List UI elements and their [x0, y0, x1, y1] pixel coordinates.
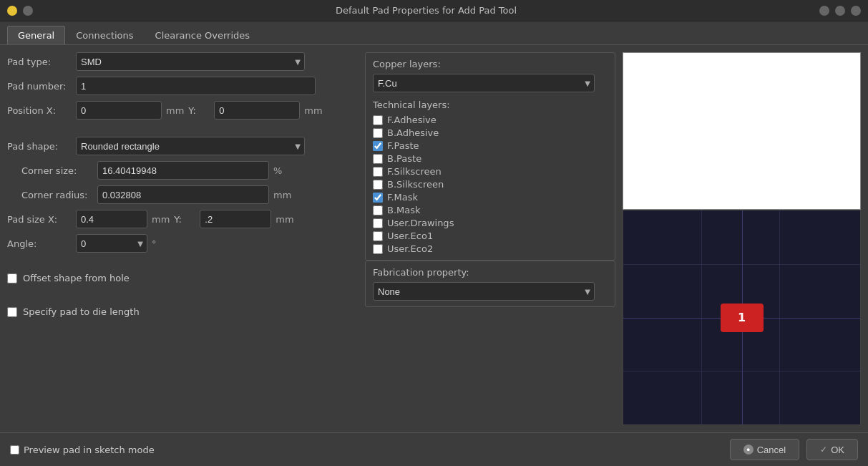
corner-size-unit: % [273, 165, 282, 176]
layer-f-silkscreen-label: F.Silkscreen [387, 166, 442, 177]
corner-radius-row: Corner radius: mm [7, 185, 358, 204]
ok-button[interactable]: ✓ OK [806, 439, 858, 460]
layer-user-eco2-checkbox[interactable] [373, 244, 383, 254]
layer-b-mask-label: B.Mask [387, 205, 421, 215]
content-area: Pad type: SMD Through-hole NPTH, Mechani… [0, 45, 868, 432]
bottom-buttons: ● Cancel ✓ OK [730, 439, 858, 460]
specify-die-row: Specify pad to die length [7, 304, 358, 320]
layer-row-b-adhesive: B.Adhesive [373, 127, 608, 138]
specify-die-checkbox[interactable] [7, 307, 17, 317]
pad-size-y-input[interactable] [200, 210, 271, 228]
angle-select-wrapper: 0 90 180 270 ▼ [76, 234, 147, 253]
dialog: General Connections Clearance Overrides … [0, 21, 868, 466]
position-row: Position X: mm Y: mm [7, 101, 358, 120]
pad-size-row: Pad size X: mm Y: mm [7, 210, 358, 228]
layer-b-adhesive-checkbox[interactable] [373, 128, 383, 138]
layer-row-b-paste: B.Paste [373, 153, 608, 164]
layer-f-adhesive-checkbox[interactable] [373, 115, 383, 125]
pad-preview: 1 [721, 304, 764, 332]
pad-preview-area: 1 [623, 210, 860, 424]
pad-shape-select[interactable]: Circle Oval Rectangle Rounded rectangle … [76, 137, 305, 155]
layer-f-mask-checkbox[interactable] [373, 193, 383, 203]
layer-row-user-drawings: User.Drawings [373, 218, 608, 228]
layer-user-drawings-checkbox[interactable] [373, 218, 383, 228]
corner-size-label: Corner size: [7, 165, 93, 176]
layer-b-paste-label: B.Paste [387, 153, 421, 164]
corner-size-input[interactable] [97, 161, 269, 180]
tab-clearance-overrides[interactable]: Clearance Overrides [145, 26, 261, 44]
layer-user-drawings-label: User.Drawings [387, 218, 454, 228]
corner-radius-label: Corner radius: [7, 190, 93, 200]
layer-f-paste-label: F.Paste [387, 140, 419, 151]
cancel-icon: ● [743, 445, 754, 455]
specify-die-label: Specify pad to die length [23, 306, 140, 317]
window-btn-2[interactable] [835, 6, 845, 16]
copper-layers-title: Copper layers: [373, 59, 608, 69]
corner-size-row: Corner size: % [7, 161, 358, 180]
layer-b-silkscreen-checkbox[interactable] [373, 180, 383, 190]
pad-number-label: Pad number: [7, 81, 72, 92]
tab-connections[interactable]: Connections [65, 26, 144, 44]
fab-property-select-wrapper: None BGA pad Fiducial, local Fiducial, g… [373, 282, 595, 301]
pad-type-select[interactable]: SMD Through-hole NPTH, Mechanical [76, 52, 305, 71]
layer-b-adhesive-label: B.Adhesive [387, 127, 439, 138]
window-btn-3[interactable] [851, 6, 861, 16]
pad-size-x-unit: mm [152, 214, 170, 225]
position-x-label: Position X: [7, 105, 72, 116]
window-controls [7, 6, 33, 16]
bottom-bar: Preview pad in sketch mode ● Cancel ✓ OK [0, 432, 868, 466]
layer-row-f-silkscreen: F.Silkscreen [373, 166, 608, 177]
layer-user-eco2-label: User.Eco2 [387, 243, 433, 254]
layer-f-paste-checkbox[interactable] [373, 141, 383, 151]
position-y-label: Y: [188, 105, 210, 116]
pad-shape-row: Pad shape: Circle Oval Rectangle Rounded… [7, 137, 358, 155]
technical-layers-title: Technical layers: [373, 99, 608, 110]
corner-radius-unit: mm [273, 190, 291, 200]
layer-f-silkscreen-checkbox[interactable] [373, 167, 383, 177]
offset-shape-checkbox[interactable] [7, 273, 17, 283]
window-btn-1[interactable] [819, 6, 829, 16]
position-x-input[interactable] [76, 101, 162, 120]
minimize-button[interactable] [7, 6, 17, 16]
titlebar: Default Pad Properties for Add Pad Tool [0, 0, 868, 21]
sketch-mode-row: Preview pad in sketch mode [10, 445, 155, 455]
cancel-label: Cancel [757, 445, 786, 455]
cancel-button[interactable]: ● Cancel [730, 439, 799, 460]
angle-label: Angle: [7, 238, 72, 249]
layer-row-user-eco1: User.Eco1 [373, 230, 608, 241]
angle-row: Angle: 0 90 180 270 ▼ ° [7, 234, 358, 253]
layer-row-f-mask: F.Mask [373, 192, 608, 203]
copper-layer-select[interactable]: F.Cu B.Cu *.Cu [373, 74, 595, 92]
pad-shape-label: Pad shape: [7, 141, 72, 152]
layer-b-silkscreen-label: B.Silkscreen [387, 179, 444, 190]
position-y-unit: mm [304, 105, 322, 116]
pad-shape-select-wrapper: Circle Oval Rectangle Rounded rectangle … [76, 137, 305, 155]
layer-user-eco1-checkbox[interactable] [373, 231, 383, 241]
pad-number-input[interactable] [76, 77, 316, 95]
pad-size-x-input[interactable] [76, 210, 147, 228]
layer-user-eco1-label: User.Eco1 [387, 230, 433, 241]
position-y-input[interactable] [214, 101, 300, 120]
layer-row-f-adhesive: F.Adhesive [373, 115, 608, 125]
layer-b-mask-checkbox[interactable] [373, 205, 383, 215]
corner-radius-input[interactable] [97, 185, 269, 204]
layer-row-user-eco2: User.Eco2 [373, 243, 608, 254]
offset-shape-label: Offset shape from hole [23, 273, 130, 283]
layer-row-b-silkscreen: B.Silkscreen [373, 179, 608, 190]
preview-panel: 1 [623, 52, 861, 425]
pad-type-label: Pad type: [7, 57, 72, 67]
preview-top [623, 52, 861, 210]
tab-bar: General Connections Clearance Overrides [0, 21, 868, 45]
layer-f-mask-label: F.Mask [387, 192, 418, 203]
copper-select-wrapper: F.Cu B.Cu *.Cu ▼ [373, 74, 595, 92]
tab-general[interactable]: General [7, 26, 65, 44]
sketch-mode-checkbox[interactable] [10, 445, 19, 455]
angle-select[interactable]: 0 90 180 270 [76, 234, 147, 253]
close-button2[interactable] [23, 6, 33, 16]
pad-type-select-wrapper: SMD Through-hole NPTH, Mechanical ▼ [76, 52, 305, 71]
preview-bottom: 1 [623, 210, 861, 425]
layer-f-adhesive-label: F.Adhesive [387, 115, 437, 125]
fab-property-select[interactable]: None BGA pad Fiducial, local Fiducial, g… [373, 282, 595, 301]
middle-panel: Copper layers: F.Cu B.Cu *.Cu ▼ Technica… [365, 52, 615, 425]
layer-b-paste-checkbox[interactable] [373, 154, 383, 164]
